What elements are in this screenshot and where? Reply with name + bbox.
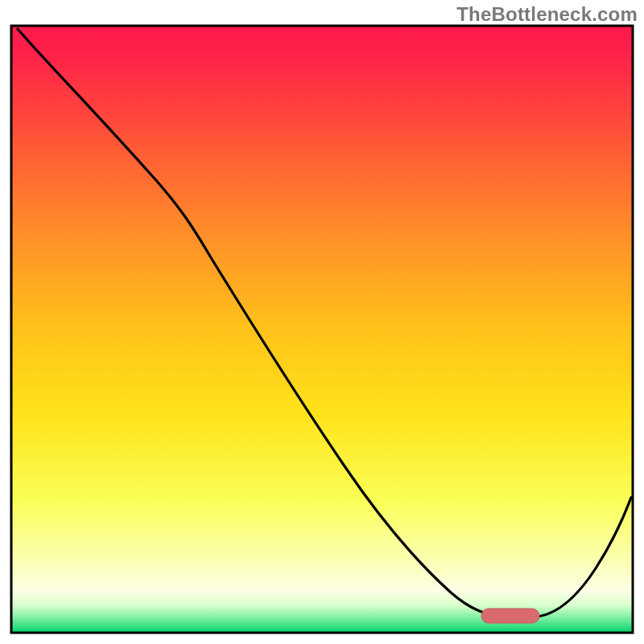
watermark-text: TheBottleneck.com xyxy=(456,3,638,26)
optimal-range-marker xyxy=(481,609,539,623)
plot-background xyxy=(11,26,633,633)
plot-area xyxy=(11,26,633,633)
chart-svg xyxy=(0,0,644,644)
chart-stage: TheBottleneck.com xyxy=(0,0,644,644)
